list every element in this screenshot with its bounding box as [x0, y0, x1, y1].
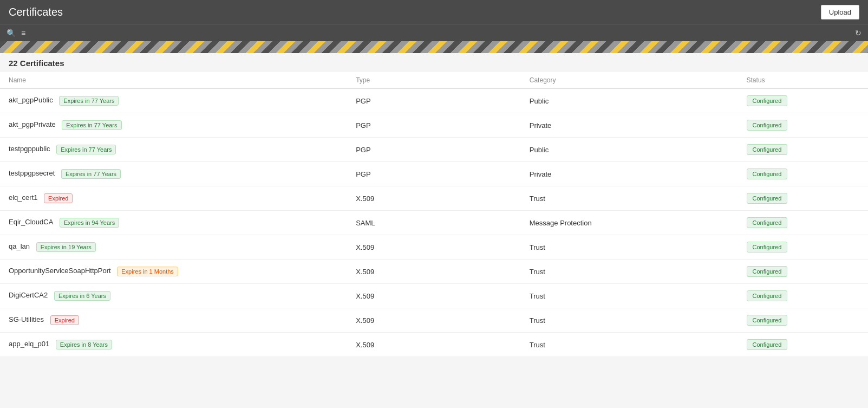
cert-category: Message Protection [521, 211, 738, 235]
table-row[interactable]: elq_cert1 Expired X.509 Trust Configured [0, 186, 868, 211]
cert-expiry-tag: Expires in 77 Years [59, 96, 119, 106]
cert-name: qa_lan [9, 242, 30, 250]
status-badge: Configured [747, 339, 788, 350]
cert-name: Eqir_CloudCA [9, 218, 53, 226]
certificate-count: 22 Certificates [0, 53, 868, 72]
cert-status: Configured [738, 308, 868, 333]
app-header: Certificates Upload [0, 0, 868, 24]
table-row[interactable]: SG-Utilities Expired X.509 Trust Configu… [0, 308, 868, 333]
table-row[interactable]: qa_lan Expires in 19 Years X.509 Trust C… [0, 235, 868, 260]
cert-type: X.509 [347, 284, 521, 308]
toolbar: 🔍 ≡ ↻ [0, 24, 868, 41]
cert-expiry-tag: Expires in 77 Years [62, 120, 121, 130]
cert-category: Trust [521, 235, 738, 260]
status-badge: Configured [747, 290, 788, 301]
content-area: 22 Certificates Name Type Category Statu… [0, 53, 868, 408]
cert-type: PGP [347, 162, 521, 186]
certificates-table: Name Type Category Status akt_pgpPublic … [0, 72, 868, 357]
table-row[interactable]: Eqir_CloudCA Expires in 94 Years SAML Me… [0, 211, 868, 235]
cert-name: OpportunityServiceSoapHttpPort [9, 267, 111, 275]
cert-type: X.509 [347, 260, 521, 284]
cert-category: Trust [521, 186, 738, 211]
cert-status: Configured [738, 162, 868, 186]
cert-expiry-tag: Expired [44, 193, 73, 203]
cert-category: Trust [521, 284, 738, 308]
cert-expiry-tag: Expires in 6 Years [54, 291, 110, 301]
status-badge: Configured [747, 144, 788, 155]
page-title: Certificates [9, 6, 63, 18]
cert-name: testppgpsecret [9, 169, 55, 177]
cert-status: Configured [738, 89, 868, 113]
cert-type: X.509 [347, 186, 521, 211]
status-badge: Configured [747, 242, 788, 252]
table-header: Name Type Category Status [0, 72, 868, 89]
cert-name: DigiCertCA2 [9, 291, 48, 299]
cert-name: SG-Utilities [9, 315, 44, 323]
status-badge: Configured [747, 266, 788, 277]
cert-category: Public [521, 138, 738, 162]
upload-button[interactable]: Upload [821, 5, 859, 20]
status-badge: Configured [747, 95, 788, 106]
status-badge: Configured [747, 315, 788, 326]
cert-name: testpgppublic [9, 145, 50, 153]
cert-name: app_elq_p01 [9, 340, 49, 348]
refresh-icon[interactable]: ↻ [855, 29, 862, 37]
col-header-type: Type [347, 72, 521, 89]
cert-expiry-tag: Expires in 8 Years [56, 340, 112, 349]
cert-expiry-tag: Expires in 1 Months [117, 267, 178, 276]
cert-expiry-tag: Expired [50, 315, 79, 325]
hazard-banner [0, 41, 868, 53]
cert-expiry-tag: Expires in 77 Years [61, 169, 121, 179]
cert-name: elq_cert1 [9, 193, 37, 202]
col-header-category: Category [521, 72, 738, 89]
cert-type: SAML [347, 211, 521, 235]
status-badge: Configured [747, 169, 788, 179]
cert-category: Trust [521, 333, 738, 357]
table-row[interactable]: OpportunityServiceSoapHttpPort Expires i… [0, 260, 868, 284]
table-row[interactable]: akt_pgpPublic Expires in 77 Years PGP Pu… [0, 89, 868, 113]
table-row[interactable]: akt_pgpPrivate Expires in 77 Years PGP P… [0, 113, 868, 138]
cert-status: Configured [738, 260, 868, 284]
cert-status: Configured [738, 186, 868, 211]
col-header-name: Name [0, 72, 347, 89]
cert-type: PGP [347, 89, 521, 113]
cert-status: Configured [738, 284, 868, 308]
cert-status: Configured [738, 333, 868, 357]
table-row[interactable]: testpgppublic Expires in 77 Years PGP Pu… [0, 138, 868, 162]
cert-type: X.509 [347, 235, 521, 260]
cert-type: X.509 [347, 333, 521, 357]
cert-name: akt_pgpPublic [9, 96, 53, 104]
filter-icon[interactable]: ≡ [21, 29, 25, 37]
cert-expiry-tag: Expires in 19 Years [36, 242, 96, 252]
table-row[interactable]: testppgpsecret Expires in 77 Years PGP P… [0, 162, 868, 186]
table-container: Name Type Category Status akt_pgpPublic … [0, 72, 868, 357]
cert-type: X.509 [347, 308, 521, 333]
cert-name: akt_pgpPrivate [9, 120, 56, 128]
cert-category: Private [521, 162, 738, 186]
cert-status: Configured [738, 235, 868, 260]
cert-expiry-tag: Expires in 77 Years [56, 145, 116, 154]
cert-expiry-tag: Expires in 94 Years [60, 218, 119, 228]
cert-category: Trust [521, 260, 738, 284]
cert-category: Trust [521, 308, 738, 333]
status-badge: Configured [747, 193, 788, 204]
status-badge: Configured [747, 217, 788, 228]
table-row[interactable]: DigiCertCA2 Expires in 6 Years X.509 Tru… [0, 284, 868, 308]
cert-status: Configured [738, 138, 868, 162]
table-body: akt_pgpPublic Expires in 77 Years PGP Pu… [0, 89, 868, 357]
status-badge: Configured [747, 120, 788, 131]
cert-status: Configured [738, 113, 868, 138]
cert-type: PGP [347, 138, 521, 162]
search-icon[interactable]: 🔍 [6, 29, 16, 37]
toolbar-left: 🔍 ≡ [6, 29, 25, 37]
table-row[interactable]: app_elq_p01 Expires in 8 Years X.509 Tru… [0, 333, 868, 357]
col-header-status: Status [738, 72, 868, 89]
cert-category: Private [521, 113, 738, 138]
cert-type: PGP [347, 113, 521, 138]
cert-category: Public [521, 89, 738, 113]
cert-status: Configured [738, 211, 868, 235]
